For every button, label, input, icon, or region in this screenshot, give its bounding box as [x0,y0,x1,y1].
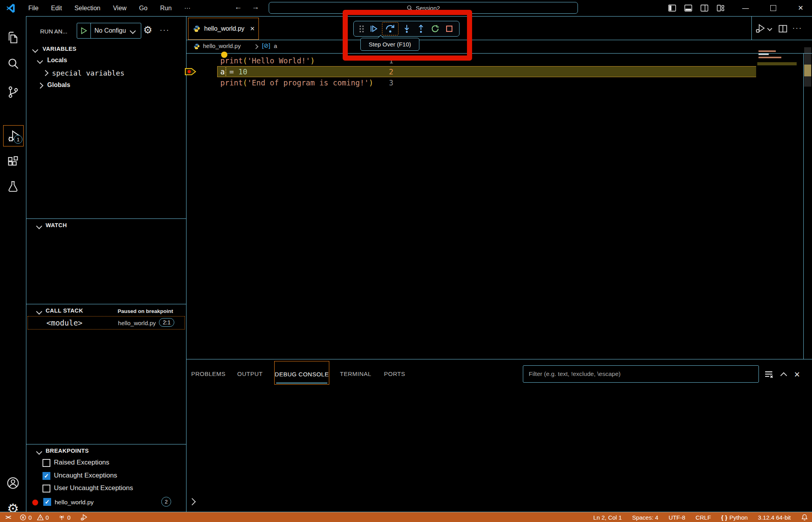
menu-go[interactable]: Go [133,5,154,12]
python-interpreter[interactable]: 3.12.4 64-bit [758,514,791,521]
tab-terminal[interactable]: TERMINAL [340,370,371,377]
special-variables-label[interactable]: special variables [52,69,124,77]
user-uncaught-exceptions-checkbox[interactable] [42,485,50,492]
watch-chevron-icon[interactable] [36,223,42,230]
broadcast-icon [58,514,65,521]
locals-label[interactable]: Locals [47,57,67,64]
menu-view[interactable]: View [107,5,133,12]
call-stack-chevron-icon[interactable] [36,309,42,315]
layout-controls [668,4,725,12]
restart-button-icon[interactable] [429,23,441,35]
window-minimize-button[interactable]: — [736,0,755,16]
breadcrumb-symbol[interactable]: a [274,43,277,49]
debug-config-label: No Configu [94,27,133,34]
clear-console-icon[interactable] [764,369,774,379]
menu-file[interactable]: File [22,5,45,12]
extensions-icon[interactable] [0,155,26,168]
menu-overflow[interactable]: ··· [178,5,197,12]
debug-status-icon[interactable] [80,513,88,521]
step-over-tooltip: Step Over (F10) [360,38,419,51]
remote-indicator[interactable]: >< [6,514,10,520]
activity-bar: 1 ⚙ [0,16,26,512]
split-editor-icon[interactable] [778,24,788,33]
globals-label[interactable]: Globals [47,81,70,89]
stack-frame-position-badge: 2:1 [159,318,174,327]
start-debug-icon[interactable] [80,27,87,34]
locals-chevron-icon[interactable] [37,58,43,64]
current-breakpoint-arrow-icon[interactable] [184,67,197,76]
problems-indicator[interactable]: 0 0 [20,514,49,521]
raised-exceptions-checkbox[interactable] [42,459,50,467]
globals-chevron-icon[interactable] [37,83,44,89]
editor-run-debug-icon[interactable] [755,23,766,34]
language-mode[interactable]: { } Python [721,514,748,521]
editor-tab-hello-world[interactable]: hello_world.py ✕ [188,18,259,40]
debug-launch-dropdown[interactable]: No Configu [77,23,141,39]
toggle-secondary-sidebar-icon[interactable] [700,4,709,12]
vscode-window: File Edit Selection View Go Run ··· ← → … [0,0,812,522]
toggle-panel-icon[interactable] [684,4,692,12]
watch-section-title[interactable]: WATCH [46,222,67,228]
tab-debug-console[interactable]: DEBUG CONSOLE [274,361,329,385]
menu-selection[interactable]: Selection [68,5,107,12]
tab-problems[interactable]: PROBLEMS [191,370,225,377]
variables-section-title[interactable]: VARIABLES [42,46,76,52]
nav-forward-button[interactable]: → [252,3,259,11]
search-sidebar-icon[interactable] [0,57,26,70]
source-control-icon[interactable] [0,85,26,99]
console-prompt-icon [188,498,196,505]
nav-back-button[interactable]: ← [234,3,242,11]
menu-edit[interactable]: Edit [45,5,68,12]
cursor-position[interactable]: Ln 2, Col 1 [593,514,622,521]
variables-chevron-icon[interactable] [32,47,39,53]
debug-badge: 1 [14,135,22,144]
account-icon[interactable] [0,476,26,490]
tab-close-icon[interactable]: ✕ [250,25,255,32]
breakpoint-count-badge: 2 [161,497,171,507]
testing-icon[interactable] [0,180,26,193]
run-dropdown-chevron-icon[interactable] [767,26,772,31]
continue-button-icon[interactable] [368,23,380,35]
special-variables-chevron-icon[interactable] [42,70,49,76]
encoding[interactable]: UTF-8 [668,514,685,521]
step-out-button-icon[interactable] [415,23,427,35]
sidebar-more-actions-icon[interactable]: ··· [160,26,170,34]
ports-indicator[interactable]: 0 [58,514,70,521]
breadcrumb: hello_world.py [⊘] a [186,40,812,53]
step-over-button-icon[interactable] [382,22,399,35]
breakpoints-section-title[interactable]: BREAKPOINTS [46,448,89,454]
indentation[interactable]: Spaces: 4 [632,514,659,521]
window-close-button[interactable]: ✕ [792,0,810,16]
eol-sequence[interactable]: CRLF [696,514,711,521]
close-panel-icon[interactable]: ✕ [794,370,800,379]
call-stack-section-title[interactable]: CALL STACK [46,307,83,314]
command-center-search[interactable]: Session2 [269,2,578,14]
menu-run[interactable]: Run [154,5,178,12]
file-breakpoint-checkbox[interactable] [43,498,51,506]
tab-output[interactable]: OUTPUT [237,370,263,377]
notifications-bell-icon[interactable] [801,514,808,521]
debug-settings-gear-icon[interactable]: ⚙ [143,25,152,35]
customize-layout-icon[interactable] [716,4,725,12]
breakpoints-chevron-icon[interactable] [36,449,42,455]
toolbar-drag-grip-icon[interactable] [358,23,365,35]
call-stack-frame-row[interactable]: <module> hello_world.py 2:1 [28,316,185,329]
window-maximize-button[interactable] [764,0,782,16]
run-and-debug-item[interactable]: 1 [3,125,24,146]
code-line-2: a = 10 [220,66,247,77]
step-into-button-icon[interactable] [401,23,413,35]
tab-ports[interactable]: PORTS [384,370,405,377]
editor-more-actions-icon[interactable]: ··· [792,24,802,32]
maximize-panel-icon[interactable] [781,372,787,379]
line-number: 2 [378,66,393,77]
breadcrumb-file[interactable]: hello_world.py [203,43,241,49]
stop-button-icon[interactable] [443,23,455,35]
debug-console-filter-input[interactable] [523,365,759,383]
debug-toolbar[interactable] [353,21,460,37]
code-editor[interactable]: 1 2 3 print('Hello World!') a = 10 print… [186,54,812,359]
code-line-1: print('Hello World!') [220,55,315,66]
uncaught-exceptions-checkbox[interactable] [42,472,50,480]
toggle-sidebar-icon[interactable] [668,4,676,12]
python-file-icon [193,25,200,32]
explorer-icon[interactable] [0,31,26,44]
